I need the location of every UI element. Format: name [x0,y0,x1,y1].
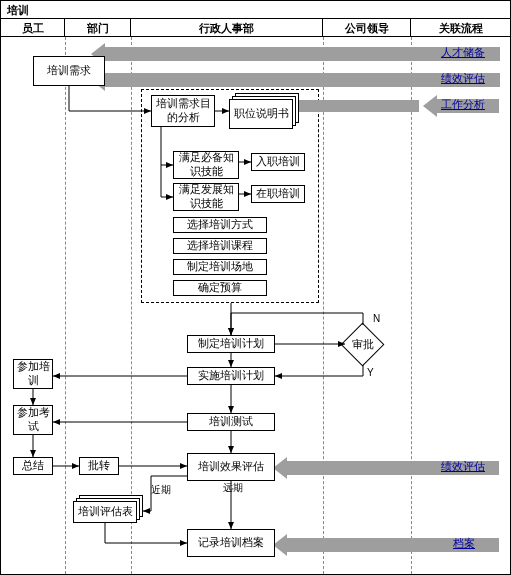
box-meet-dev: 满足发展知识技能 [173,183,239,211]
link-performance-eval2[interactable]: 绩效评估 [441,459,485,474]
swim-divider-0 [65,37,66,574]
link-talent-reserve[interactable]: 人才储备 [441,45,485,60]
box-choose-method: 选择培训方式 [173,217,267,233]
decision-approval-label: 审批 [341,337,385,352]
box-onboard-training: 入职培训 [251,153,305,171]
label-short-term: 近期 [151,483,171,497]
decision-approval: 审批 [341,323,385,367]
label-long-term: 远期 [223,481,243,495]
swim-divider-3 [411,37,412,574]
box-attend-training: 参加培训 [13,359,53,389]
swimlane-header: 员工 部门 行政人事部 公司领导 关联流程 [1,19,510,37]
col-department: 部门 [65,19,131,36]
box-effect-eval: 培训效果评估 [187,453,275,481]
box-training-need: 培训需求 [33,56,105,86]
box-forward: 批转 [79,457,119,475]
link-job-analysis[interactable]: 工作分析 [441,97,485,112]
box-record-archive: 记录培训档案 [187,529,275,557]
box-summary: 总结 [13,457,53,475]
box-eval-form: 培训评估表 [73,501,137,523]
box-set-venue: 制定培训场地 [173,259,267,275]
box-training-test: 培训测试 [187,413,275,431]
arrow-job-analysis-ext [299,100,419,112]
label-n: N [373,313,380,324]
swim-divider-2 [323,37,324,574]
col-leader: 公司领导 [323,19,411,36]
box-exec-plan: 实施培训计划 [187,367,275,385]
box-choose-course: 选择培训课程 [173,238,267,254]
box-job-desc: 职位说明书 [229,99,293,129]
diagram-title: 培训 [1,1,510,19]
label-y: Y [367,367,374,378]
box-make-plan: 制定培训计划 [187,335,275,353]
box-need-analysis: 培训需求目的分析 [151,95,215,127]
link-archive[interactable]: 档案 [453,536,475,551]
col-hr: 行政人事部 [131,19,323,36]
col-related: 关联流程 [411,19,510,36]
box-onjob-training: 在职培训 [251,185,305,203]
link-performance-eval[interactable]: 绩效评估 [441,71,485,86]
box-meet-basic: 满足必备知识技能 [173,151,239,179]
swim-divider-1 [131,37,132,574]
diagram-frame: 培训 员工 部门 行政人事部 公司领导 关联流程 人才储备 绩效评估 工作分析 … [0,0,511,575]
col-employee: 员工 [1,19,65,36]
box-attend-exam: 参加考试 [13,405,53,435]
box-set-budget: 确定预算 [173,280,267,296]
